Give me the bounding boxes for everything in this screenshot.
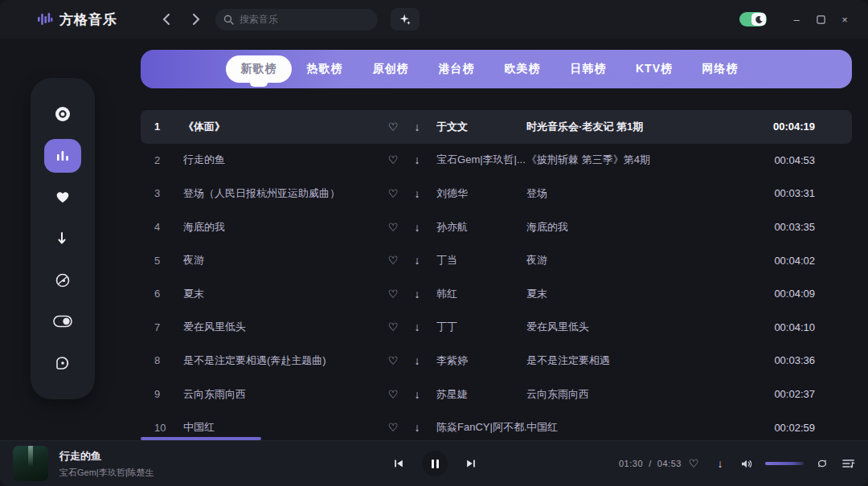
favorite-icon[interactable]: ♡ bbox=[383, 321, 403, 333]
song-index: 10 bbox=[154, 422, 183, 434]
now-playing-title: 行走的鱼 bbox=[59, 449, 220, 464]
active-tab-notch bbox=[250, 81, 268, 87]
maximize-button[interactable] bbox=[809, 8, 833, 31]
song-row[interactable]: 9 云向东雨向西 ♡ ↓ 苏星婕 云向东雨向西 00:02:37 bbox=[141, 378, 852, 411]
song-row[interactable]: 1 《体面》 ♡ ↓ 于文文 时光音乐会·老友记 第1期 00:04:19 bbox=[141, 110, 852, 144]
song-row[interactable]: 3 登场（人民日报杭州亚运助威曲） ♡ ↓ 刘德华 登场 00:03:31 bbox=[141, 177, 852, 210]
globe-slash-icon bbox=[54, 272, 72, 289]
download-icon[interactable]: ↓ bbox=[407, 187, 427, 200]
song-title: 云向东雨向西 bbox=[183, 387, 383, 402]
song-artist: 刘德华 bbox=[436, 186, 526, 201]
download-icon[interactable]: ↓ bbox=[407, 153, 427, 166]
song-index: 3 bbox=[154, 187, 183, 199]
sidebar-item-favorites[interactable] bbox=[44, 180, 81, 214]
favorite-icon[interactable]: ♡ bbox=[383, 254, 403, 267]
song-title: 海底的我 bbox=[183, 220, 383, 235]
song-index: 6 bbox=[154, 288, 183, 300]
back-button[interactable] bbox=[156, 10, 175, 29]
disc-icon bbox=[53, 104, 72, 124]
playlist-button[interactable] bbox=[841, 455, 857, 472]
forward-button[interactable] bbox=[186, 10, 206, 29]
sidebar-item-network[interactable] bbox=[44, 263, 81, 297]
favorite-icon[interactable]: ♡ bbox=[383, 187, 403, 200]
tab-hk-tw[interactable]: 港台榜 bbox=[424, 55, 489, 83]
song-row[interactable]: 6 夏末 ♡ ↓ 韩红 夏末 00:04:09 bbox=[141, 277, 852, 311]
download-button[interactable]: ↓ bbox=[712, 455, 728, 472]
play-pause-button[interactable] bbox=[422, 451, 448, 476]
download-icon[interactable]: ↓ bbox=[407, 120, 427, 133]
search-box[interactable] bbox=[215, 9, 378, 31]
tab-hot[interactable]: 热歌榜 bbox=[292, 55, 358, 83]
song-artist: 李紫婷 bbox=[436, 353, 526, 368]
download-icon[interactable]: ↓ bbox=[407, 354, 427, 367]
total-time: 04:53 bbox=[657, 459, 682, 468]
song-row[interactable]: 4 海底的我 ♡ ↓ 孙亦航 海底的我 00:03:35 bbox=[141, 210, 852, 244]
sidebar-item-about[interactable] bbox=[44, 346, 81, 380]
favorite-icon[interactable]: ♡ bbox=[383, 354, 403, 367]
app-logo: 方格音乐 bbox=[37, 10, 117, 29]
song-duration: 00:03:31 bbox=[747, 187, 815, 199]
repeat-button[interactable] bbox=[814, 455, 830, 472]
album-art[interactable] bbox=[13, 446, 48, 481]
song-row[interactable]: 2 行走的鱼 ♡ ↓ 宝石Gem|李玖哲|... 《披荆斩棘 第三季》第4期 0… bbox=[141, 144, 852, 178]
player-bar: 行走的鱼 宝石Gem|李玖哲|陈楚生 01:30 / 04:53 ♡ ↓ bbox=[0, 440, 868, 486]
song-title: 中国红 bbox=[183, 420, 383, 435]
download-icon[interactable]: ↓ bbox=[407, 388, 427, 401]
song-index: 9 bbox=[154, 388, 183, 400]
tab-original[interactable]: 原创榜 bbox=[358, 55, 424, 83]
close-button[interactable]: × bbox=[833, 8, 857, 31]
search-input[interactable] bbox=[240, 14, 360, 25]
sidebar-item-discover[interactable] bbox=[44, 97, 81, 131]
favorite-icon[interactable]: ♡ bbox=[383, 421, 403, 434]
favorite-icon[interactable]: ♡ bbox=[383, 388, 403, 401]
previous-button[interactable] bbox=[388, 453, 409, 474]
song-row[interactable]: 5 夜游 ♡ ↓ 丁当 夜游 00:04:02 bbox=[141, 243, 852, 277]
sidebar-item-rank[interactable] bbox=[44, 139, 81, 173]
song-row[interactable]: 7 爱在风里低头 ♡ ↓ 丁丁 爱在风里低头 00:04:10 bbox=[141, 311, 852, 345]
dark-mode-toggle[interactable] bbox=[739, 12, 767, 27]
download-icon[interactable]: ↓ bbox=[407, 221, 427, 234]
tab-bar: 新歌榜 热歌榜 原创榜 港台榜 欧美榜 日韩榜 KTV榜 网络榜 bbox=[141, 50, 852, 88]
tab-ktv[interactable]: KTV榜 bbox=[621, 55, 687, 83]
sidebar bbox=[31, 78, 95, 399]
tab-label: 新歌榜 bbox=[241, 62, 277, 76]
favorite-icon[interactable]: ♡ bbox=[383, 153, 403, 166]
song-row[interactable]: 8 是不是注定要相遇(奔赴主题曲) ♡ ↓ 李紫婷 是不是注定要相遇 00:03… bbox=[141, 344, 852, 378]
favorite-icon[interactable]: ♡ bbox=[383, 221, 403, 234]
chevron-right-icon bbox=[193, 14, 200, 25]
toggle-knob bbox=[751, 13, 766, 26]
volume-icon[interactable] bbox=[739, 455, 755, 472]
download-icon[interactable]: ↓ bbox=[407, 421, 427, 434]
favorite-button[interactable]: ♡ bbox=[686, 455, 702, 472]
assistant-button[interactable] bbox=[391, 8, 420, 31]
tab-new[interactable]: 新歌榜 bbox=[226, 55, 292, 83]
maximize-icon bbox=[817, 15, 825, 24]
download-icon[interactable]: ↓ bbox=[407, 254, 427, 267]
volume-slider[interactable] bbox=[765, 462, 804, 465]
toggle-icon bbox=[53, 315, 72, 328]
current-time: 01:30 bbox=[619, 459, 643, 468]
tab-network[interactable]: 网络榜 bbox=[687, 55, 753, 83]
song-title: 行走的鱼 bbox=[183, 153, 383, 167]
sidebar-item-downloads[interactable] bbox=[44, 222, 81, 255]
song-duration: 00:03:35 bbox=[747, 221, 815, 233]
tab-western[interactable]: 欧美榜 bbox=[489, 55, 555, 83]
song-title: 爱在风里低头 bbox=[183, 320, 383, 334]
chart-bars-icon bbox=[54, 147, 72, 165]
minimize-button[interactable]: – bbox=[784, 8, 809, 31]
next-button[interactable] bbox=[461, 453, 481, 474]
song-artist: 宝石Gem|李玖哲|... bbox=[436, 153, 526, 167]
favorite-icon[interactable]: ♡ bbox=[383, 288, 403, 300]
download-icon[interactable]: ↓ bbox=[407, 288, 427, 300]
chevron-left-icon bbox=[162, 14, 170, 25]
song-title: 夜游 bbox=[183, 253, 383, 268]
tab-jp-kr[interactable]: 日韩榜 bbox=[555, 55, 621, 83]
song-duration: 00:04:19 bbox=[747, 120, 815, 133]
waveform-icon bbox=[37, 11, 53, 27]
tab-label: KTV榜 bbox=[636, 62, 673, 76]
sidebar-item-switch[interactable] bbox=[44, 304, 81, 338]
song-album: 海底的我 bbox=[526, 220, 747, 235]
now-playing-info: 行走的鱼 宝石Gem|李玖哲|陈楚生 bbox=[59, 449, 220, 479]
download-icon[interactable]: ↓ bbox=[407, 321, 427, 333]
favorite-icon[interactable]: ♡ bbox=[383, 120, 403, 133]
